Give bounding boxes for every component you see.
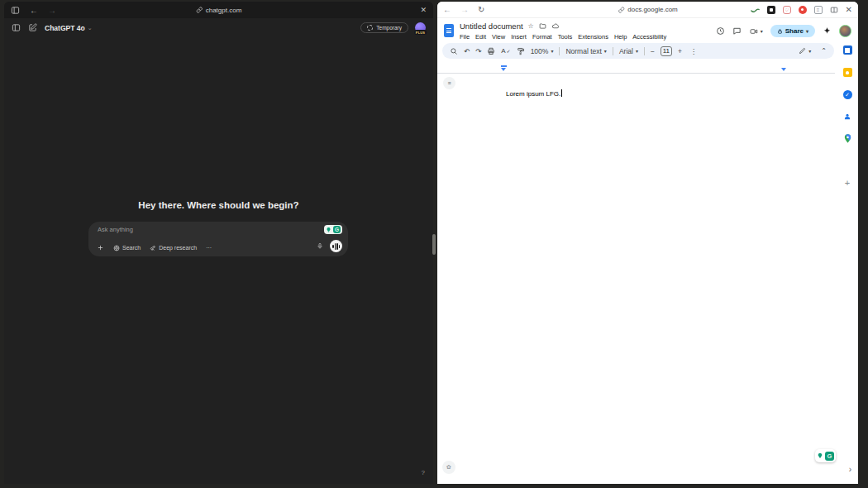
keep-icon[interactable] (843, 68, 852, 77)
sidebar-toggle-icon[interactable] (11, 6, 20, 15)
forward-button[interactable]: → (460, 5, 469, 14)
star-icon[interactable]: ☆ (528, 22, 534, 30)
link-icon (618, 7, 624, 13)
toolbar-separator (644, 47, 645, 55)
model-selector[interactable]: ChatGPT 4o ⌄ (45, 24, 93, 32)
zoom-select[interactable]: 100% ▾ (531, 47, 554, 55)
extension-icon-dark[interactable] (767, 6, 775, 14)
docs-logo-icon[interactable] (444, 24, 454, 37)
font-size-decrease[interactable]: − (651, 47, 655, 55)
meet-caret-icon[interactable]: ▾ (761, 29, 763, 34)
split-view-divider-handle[interactable] (432, 234, 436, 255)
menu-tools[interactable]: Tools (558, 33, 573, 41)
document-body-text[interactable]: Lorem ipsum LFG. (506, 89, 562, 98)
font-value: Arial (619, 47, 633, 55)
close-tab-button[interactable]: ✕ (420, 6, 427, 14)
deep-research-chip-label: Deep research (159, 245, 197, 251)
share-caret-icon[interactable]: ▾ (806, 28, 808, 34)
meet-icon[interactable]: ▾ (749, 27, 763, 36)
side-panel-strip: ✓ + (839, 45, 856, 188)
split-view-icon[interactable] (830, 6, 838, 14)
microphone-icon[interactable] (317, 242, 323, 250)
chatgpt-header: ChatGPT 4o ⌄ Temporary PLUS (4, 18, 433, 37)
menu-format[interactable]: Format (532, 33, 552, 41)
floating-widget-button[interactable]: ✿ (442, 461, 455, 474)
more-toolbar-button[interactable]: ⋮ (690, 47, 698, 55)
url-bar[interactable]: chatgpt.com (196, 7, 242, 14)
new-chat-icon[interactable] (28, 23, 37, 32)
temporary-chat-button[interactable]: Temporary (360, 22, 408, 33)
cloud-status-icon[interactable] (551, 22, 560, 30)
chat-input[interactable] (98, 226, 263, 233)
version-history-icon[interactable] (716, 26, 725, 36)
ruler (437, 73, 835, 74)
share-button[interactable]: Share ▾ (770, 25, 815, 37)
font-size-input[interactable]: 11 (661, 46, 672, 56)
menu-accessibility[interactable]: Accessibility (632, 33, 666, 41)
back-button[interactable]: ← (443, 5, 451, 14)
font-size-increase[interactable]: + (678, 47, 682, 55)
chatgpt-browser-window: ← → chatgpt.com ✕ ChatGPT 4o ⌄ Temporary (4, 2, 433, 484)
paragraph-style-select[interactable]: Normal text ▾ (565, 47, 606, 55)
gemini-icon[interactable] (823, 26, 832, 36)
voice-mode-button[interactable] (330, 240, 342, 252)
get-addons-button[interactable]: + (845, 178, 850, 188)
menu-edit[interactable]: Edit (475, 33, 486, 41)
deep-research-chip[interactable]: Deep research (150, 245, 197, 251)
docs-toolbar: ↶ ↷ A ✓ 100% ▾ Normal text ▾ Arial ▾ − 1… (442, 43, 834, 59)
redo-button[interactable]: ↷ (475, 47, 481, 55)
menu-insert[interactable]: Insert (511, 33, 527, 41)
extension-icon-heart[interactable]: ♡ (783, 6, 791, 14)
comments-icon[interactable] (732, 26, 742, 36)
grammarly-overlay[interactable]: G (815, 449, 836, 462)
paragraph-style-value: Normal text (565, 47, 601, 55)
grammarly-icon: G (825, 452, 834, 461)
menu-view[interactable]: View (492, 33, 505, 41)
search-chip[interactable]: Search (113, 245, 141, 251)
extension-icon-green[interactable] (751, 7, 760, 13)
share-label: Share (785, 27, 804, 35)
calendar-icon[interactable] (843, 45, 852, 55)
document-title[interactable]: Untitled document (460, 22, 523, 31)
menu-file[interactable]: File (460, 33, 470, 41)
editing-mode-select[interactable]: ▾ (799, 47, 811, 55)
search-chip-label: Search (122, 245, 141, 251)
font-select[interactable]: Arial ▾ (619, 47, 638, 55)
undo-button[interactable]: ↶ (464, 47, 470, 55)
menu-help[interactable]: Help (614, 33, 627, 41)
account-avatar[interactable]: PLUS (415, 22, 426, 33)
help-button[interactable]: ? (422, 469, 425, 476)
menu-extensions[interactable]: Extensions (578, 33, 608, 41)
tasks-icon[interactable]: ✓ (843, 90, 852, 99)
back-button[interactable]: ← (30, 6, 38, 15)
docs-browser-window: ← → ↻ docs.google.com ♡ ≡ ✕ (437, 2, 858, 484)
hide-menus-button[interactable]: ⌃ (821, 47, 827, 55)
extension-icon-notes[interactable]: ≡ (814, 6, 823, 14)
more-tools-button[interactable]: ⋯ (206, 245, 212, 251)
caret-down-icon: ▾ (604, 48, 607, 54)
maps-icon[interactable] (844, 134, 851, 143)
account-avatar[interactable] (839, 25, 851, 37)
chat-composer[interactable]: G Search Deep research ⋯ (88, 222, 348, 256)
search-icon[interactable] (450, 47, 458, 55)
contacts-icon[interactable] (843, 112, 851, 121)
move-folder-icon[interactable] (539, 22, 546, 30)
forward-button[interactable]: → (48, 6, 56, 15)
spellcheck-icon[interactable]: A ✓ (501, 48, 510, 55)
right-indent-marker[interactable] (781, 68, 786, 74)
reload-button[interactable]: ↻ (478, 5, 484, 14)
print-icon[interactable] (487, 47, 495, 55)
hide-side-panel-button[interactable]: › (849, 465, 851, 474)
document-outline-button[interactable]: ≡ (443, 77, 455, 89)
left-indent-marker[interactable] (501, 68, 506, 74)
attach-button[interactable] (97, 244, 104, 251)
extension-icon-record[interactable] (799, 6, 807, 14)
close-tab-button[interactable]: ✕ (846, 5, 852, 14)
indent-marker-bar[interactable] (501, 65, 507, 67)
paint-format-icon[interactable] (517, 47, 525, 55)
sidebar-icon[interactable] (12, 23, 21, 32)
model-label: ChatGPT 4o (45, 24, 85, 32)
url-bar[interactable]: docs.google.com (618, 6, 677, 13)
grammarly-widget[interactable]: G (324, 225, 342, 234)
zoom-value: 100% (531, 47, 549, 55)
